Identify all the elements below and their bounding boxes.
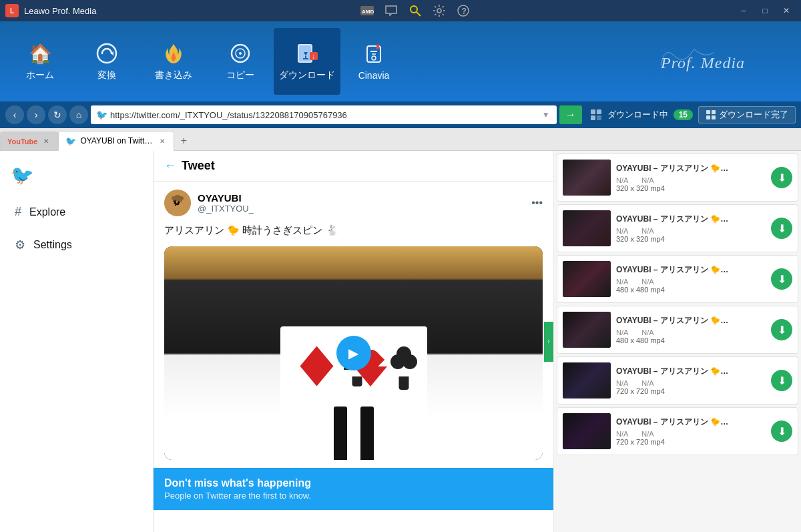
tweet-back-button[interactable]: ← [164,159,176,173]
sidebar-item-settings[interactable]: ⚙ Settings [7,231,146,259]
download-resolution: 720 x 720 mp4 [616,438,766,446]
svg-text:Prof. Media: Prof. Media [660,54,745,71]
download-resolution: 720 x 720 mp4 [616,387,766,395]
svg-rect-28 [591,115,595,120]
twitter-tab-close[interactable]: ✕ [158,136,167,146]
help-icon[interactable]: ? [455,3,471,19]
nav-burn-label: 書き込み [155,69,192,81]
download-item: OYAYUBI – アリスアリン 🐤… N/A N/A 480 x 480 mp… [557,255,798,303]
download-info: OYAYUBI – アリスアリン 🐤… N/A N/A 720 x 720 mp… [616,417,766,446]
settings-icon[interactable] [431,3,447,19]
download-button[interactable]: ⬇ [771,218,792,239]
download-title: OYAYUBI – アリスアリン 🐤… [616,214,766,225]
svg-rect-26 [591,109,595,114]
tweet-header-title: Tweet [182,159,215,173]
download-info: OYAYUBI – アリスアリン 🐤… N/A N/A 720 x 720 mp… [616,366,766,395]
nav-download[interactable]: ↓ ダウンロード [274,28,340,95]
download-title: OYAYUBI – アリスアリン 🐤… [616,163,766,174]
play-icon: ▶ [348,345,358,361]
nav-burn[interactable]: 書き込み [140,28,207,95]
download-item: OYAYUBI – アリスアリン 🐤… N/A N/A 320 x 320 mp… [557,154,798,202]
user-name: OYAYUBI [198,192,525,204]
chat-icon[interactable] [383,3,399,19]
svg-point-11 [239,52,242,55]
download-button[interactable]: ⬇ [771,370,792,391]
download-queue-icon [590,109,602,121]
svg-rect-31 [712,110,716,114]
download-duration-label: N/A [641,430,653,438]
app-logo: L [5,4,19,17]
download-title: OYAYUBI – アリスアリン 🐤… [616,264,766,276]
url-input[interactable] [110,110,538,120]
url-bar[interactable]: 🐦 ▼ [91,105,557,124]
video-play-button[interactable]: ▶ [336,336,371,370]
url-dropdown-arrow[interactable]: ▼ [541,110,551,119]
download-item: OYAYUBI – アリスアリン 🐤… N/A N/A 720 x 720 mp… [557,356,798,405]
download-button[interactable]: ⬇ [771,268,792,290]
nav-cinavia[interactable]: Cinavia [340,28,407,95]
download-button[interactable]: ⬇ [771,319,792,340]
close-button[interactable]: ✕ [777,3,796,18]
downloading-label: ダウンロード中 [607,109,668,121]
browser-area: 🐦 # Explore ⚙ Settings ← Tweet 🐿 [0,151,554,532]
go-button[interactable]: → [559,105,582,124]
tweet-video[interactable]: ▶ [164,246,543,460]
download-size-label: N/A [616,328,628,336]
download-size-label: N/A [616,278,628,286]
svg-point-22 [372,56,376,60]
user-avatar: 🐿 [164,190,191,216]
forward-button[interactable]: › [27,105,45,124]
grid-icon [706,109,716,120]
twitter-logo: 🐦 [7,164,146,186]
home-button[interactable]: ⌂ [69,105,88,124]
title-bar: L Leawo Prof. Media AMD ? – □ ✕ [0,0,801,21]
download-size-label: N/A [616,176,628,184]
tweet-body: 🐿 OYAYUBI @_ITXTYOU_ ••• アリスアリン 🐤 時計うさぎス… [154,182,553,468]
new-tab-button[interactable]: + [174,131,193,150]
amd-icon: AMD [359,3,375,19]
tab-twitter[interactable]: 🐦 OYAYUBI on Twitte... ✕ [58,131,174,151]
nav-download-label: ダウンロード [279,69,335,81]
cta-subtext: People on Twitter are the first to know. [164,491,543,501]
youtube-tab-close[interactable]: ✕ [41,137,51,146]
download-item: OYAYUBI – アリスアリン 🐤… N/A N/A 480 x 480 mp… [557,306,798,354]
search-icon[interactable] [407,3,423,19]
youtube-tab-icon: YouTube [7,138,37,146]
back-button[interactable]: ‹ [5,105,24,124]
maximize-button[interactable]: □ [756,3,774,18]
svg-rect-33 [712,115,716,119]
svg-line-3 [417,12,421,16]
url-favicon: 🐦 [96,109,107,120]
user-info: OYAYUBI @_ITXTYOU_ [198,192,525,214]
refresh-button[interactable]: ↻ [48,105,67,124]
window-controls[interactable]: – □ ✕ [734,3,796,18]
tweet-content-area: ← Tweet 🐿 OYAYUBI @_ITXTYOU_ ••• アリスアリン … [154,151,554,532]
download-duration-label: N/A [641,176,653,184]
nav-home[interactable]: 🏠 ホーム [7,28,73,95]
download-duration-label: N/A [641,227,653,235]
app-title: Leawo Prof. Media [24,6,96,16]
minimize-button[interactable]: – [734,3,753,18]
tweet-more-button[interactable]: ••• [531,197,543,209]
download-complete-button[interactable]: ダウンロード完了 [698,106,796,123]
download-size-label: N/A [616,430,628,438]
tab-youtube[interactable]: YouTube ✕ [0,131,58,150]
nav-copy[interactable]: コピー [207,28,274,95]
svg-point-2 [411,6,417,13]
download-button[interactable]: ⬇ [771,167,792,188]
cta-heading: Don't miss what's happening [164,477,543,489]
panel-resize-handle[interactable]: › [544,322,553,362]
download-info: OYAYUBI – アリスアリン 🐤… N/A N/A 320 x 320 mp… [616,214,766,243]
svg-text:?: ? [462,7,467,16]
main-area: 🐦 # Explore ⚙ Settings ← Tweet 🐿 [0,151,801,532]
download-duration-label: N/A [641,278,653,286]
download-thumbnail [563,261,611,297]
nav-convert[interactable]: 変換 [73,28,140,95]
download-thumbnail [563,160,611,196]
convert-icon [95,41,119,65]
tweet-text: アリスアリン 🐤 時計うさぎスピン 🐇 [164,223,543,238]
download-icon: ↓ [295,41,319,65]
download-item: OYAYUBI – アリスアリン 🐤… N/A N/A 720 x 720 mp… [557,407,798,455]
download-button[interactable]: ⬇ [771,421,792,442]
sidebar-item-explore[interactable]: # Explore [7,198,146,226]
